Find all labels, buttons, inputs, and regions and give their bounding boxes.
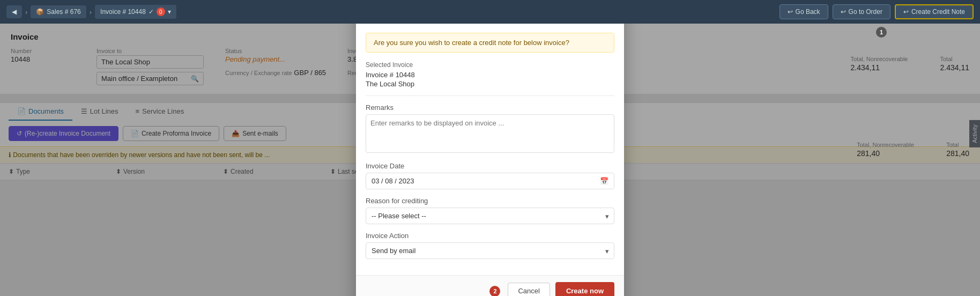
nav-invoice-btn[interactable]: Invoice # 10448 ✓ 0 ▾	[95, 5, 176, 19]
sales-icon: 📦	[36, 8, 44, 16]
selected-invoice-block: Selected Invoice Invoice # 10448 The Loc…	[366, 61, 614, 96]
remarks-textarea[interactable]	[366, 114, 614, 153]
create-now-button[interactable]: Create now	[555, 282, 614, 296]
invoice-date-value: 03 / 08 / 2023	[372, 177, 414, 185]
reason-group: Reason for crediting -- Please select --	[366, 197, 614, 224]
create-credit-note-modal: Create Credit Note × Are you sure you wi…	[356, 24, 624, 296]
modal-footer: 2 Cancel Create now	[356, 275, 624, 296]
go-back-icon: ↩	[788, 8, 793, 16]
cancel-button[interactable]: Cancel	[508, 283, 550, 296]
invoice-number-line: Invoice # 10448	[366, 71, 614, 79]
reason-label: Reason for crediting	[366, 197, 614, 205]
invoice-action-group: Invoice Action Send by email	[366, 232, 614, 259]
calendar-icon: 📅	[600, 177, 608, 185]
invoice-label: Invoice # 10448	[100, 8, 146, 16]
invoice-action-select[interactable]: Send by email	[366, 242, 614, 259]
reason-select[interactable]: -- Please select --	[366, 208, 614, 224]
top-nav: ◀ › 📦 Sales # 676 › Invoice # 10448 ✓ 0 …	[0, 0, 980, 24]
warning-text: Are you sure you wish to create a credit…	[374, 39, 569, 47]
invoice-action-label: Invoice Action	[366, 232, 614, 240]
invoice-date-group: Invoice Date 03 / 08 / 2023 📅	[366, 162, 614, 189]
breadcrumb-separator-2: ›	[90, 8, 92, 16]
nav-back-icon-btn[interactable]: ◀	[6, 5, 22, 18]
create-credit-note-icon: ↩	[903, 8, 909, 16]
remarks-label: Remarks	[366, 103, 614, 112]
warning-alert: Are you sure you wish to create a credit…	[366, 33, 614, 53]
invoice-date-label: Invoice Date	[366, 162, 614, 170]
step2-badge: 2	[489, 286, 500, 296]
go-back-label: Go Back	[796, 8, 820, 16]
reason-select-wrapper: -- Please select --	[366, 208, 614, 224]
chevron-down-icon: ▾	[168, 8, 171, 16]
go-to-order-button[interactable]: ↩ Go to Order	[833, 4, 890, 19]
badge-count: 0	[157, 8, 165, 16]
go-back-button[interactable]: ↩ Go Back	[779, 4, 828, 19]
create-credit-note-button[interactable]: ↩ Create Credit Note	[895, 4, 974, 19]
nav-right-buttons: ↩ Go Back ↩ Go to Order ↩ Create Credit …	[779, 4, 974, 19]
go-to-order-label: Go to Order	[849, 8, 882, 16]
arrow-icon: ◀	[12, 8, 17, 16]
nav-sales-btn[interactable]: 📦 Sales # 676	[31, 5, 86, 18]
invoice-shop-line: The Local Shop	[366, 80, 614, 88]
selected-invoice-label: Selected Invoice	[366, 61, 614, 69]
go-to-order-icon: ↩	[841, 8, 846, 16]
modal-body: Are you sure you wish to create a credit…	[356, 24, 624, 275]
step1-badge: 1	[876, 27, 887, 38]
check-icon: ✓	[149, 8, 154, 16]
sales-label: Sales # 676	[47, 8, 80, 16]
step1-number: 1	[880, 29, 883, 35]
invoice-date-input[interactable]: 03 / 08 / 2023 📅	[366, 173, 614, 189]
create-credit-note-label: Create Credit Note	[911, 8, 965, 16]
invoice-action-select-wrapper: Send by email	[366, 242, 614, 259]
breadcrumb-separator-1: ›	[25, 8, 27, 16]
main-content: Invoice Number 10448 Invoice to The Loca…	[0, 24, 980, 296]
remarks-group: Remarks	[366, 103, 614, 154]
